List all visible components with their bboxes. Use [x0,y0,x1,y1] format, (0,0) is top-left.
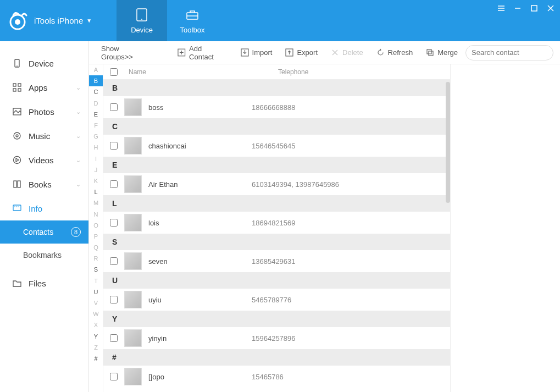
name-column-header[interactable]: Name [124,68,278,76]
label: Import [252,48,273,57]
label: Show Groups>> [101,45,151,61]
az-index: ABCDEFGHIJKLMNOPQRSTUVWXYZ# [89,64,103,392]
contacts-list: Name Telephone Bboss18666668888Cchashion… [103,64,450,392]
svg-rect-15 [13,84,16,86]
contact-row[interactable]: []opo15465786 [103,366,450,388]
select-all-checkbox[interactable] [110,68,118,76]
tab-device[interactable]: Device [117,0,167,41]
section-header: # [103,349,450,366]
svg-point-21 [16,135,18,137]
contact-telephone: 18666668888 [252,103,450,112]
az-letter-D[interactable]: D [89,98,103,109]
toolbar: Show Groups>> Add Contact Import Export … [89,41,560,64]
sidebar-sublabel: Bookmarks [23,251,62,260]
detail-pane [450,64,560,392]
minimize-button[interactable] [513,3,523,13]
row-checkbox[interactable] [110,334,118,342]
sidebar: Device Apps⌄ Photos⌄ Music⌄ Videos⌄ Book… [0,41,89,392]
az-letter-E[interactable]: E [89,109,103,120]
sidebar-item-videos[interactable]: Videos⌄ [0,148,88,172]
sidebar-subitem-contacts[interactable]: Contacts8 [0,220,88,244]
contact-row[interactable]: yinyin15964257896 [103,327,450,349]
row-checkbox[interactable] [110,219,118,227]
az-letter-Z[interactable]: Z [89,342,103,353]
az-letter-Q[interactable]: Q [89,242,103,253]
sidebar-subitem-bookmarks[interactable]: Bookmarks [0,244,88,267]
content-area: Show Groups>> Add Contact Import Export … [89,41,560,392]
avatar [124,137,142,154]
scrollbar[interactable] [446,82,450,203]
az-letter-W[interactable]: W [89,308,103,319]
dropdown-triangle-icon: ▼ [86,18,92,24]
sidebar-item-music[interactable]: Music⌄ [0,124,88,148]
sidebar-item-device[interactable]: Device [0,51,88,75]
az-letter-B[interactable]: B [89,75,103,86]
contact-row[interactable]: chashioncai15646545645 [103,135,450,157]
az-letter-N[interactable]: N [89,208,103,219]
tab-toolbox[interactable]: Toolbox [167,0,218,41]
az-letter-J[interactable]: J [89,164,103,175]
svg-rect-38 [429,51,433,56]
az-letter-M[interactable]: M [89,197,103,208]
az-letter-S[interactable]: S [89,264,103,275]
sidebar-item-info[interactable]: Info [0,196,88,220]
section-header: B [103,80,450,96]
az-letter-V[interactable]: V [89,297,103,308]
sidebar-item-photos[interactable]: Photos⌄ [0,100,88,124]
contact-row[interactable]: boss18666668888 [103,96,450,118]
app-header: iTools iPhone ▼ Device Toolbox [0,0,560,41]
az-letter-A[interactable]: A [89,64,103,75]
svg-rect-10 [531,5,537,11]
sidebar-item-files[interactable]: Files [0,271,88,295]
az-letter-T[interactable]: T [89,275,103,286]
maximize-button[interactable] [529,3,539,13]
contact-row[interactable]: seven13685429631 [103,250,450,272]
contact-row[interactable]: uyiu5465789776 [103,289,450,311]
az-letter-G[interactable]: G [89,131,103,142]
az-letter-F[interactable]: F [89,120,103,131]
merge-button[interactable]: Merge [420,46,463,59]
row-checkbox[interactable] [110,180,118,188]
menu-icon[interactable] [496,3,506,13]
az-letter-H[interactable]: H [89,142,103,153]
import-button[interactable]: Import [235,46,278,59]
az-letter-I[interactable]: I [89,153,103,164]
az-letter-R[interactable]: R [89,253,103,264]
refresh-button[interactable]: Refresh [371,46,419,59]
az-letter-C[interactable]: C [89,86,103,97]
row-checkbox[interactable] [110,103,118,111]
az-letter-Y[interactable]: Y [89,331,103,342]
az-letter-P[interactable]: P [89,231,103,242]
search-box[interactable] [465,45,553,60]
sidebar-item-books[interactable]: Books⌄ [0,172,88,196]
export-button[interactable]: Export [280,46,323,59]
row-checkbox[interactable] [110,257,118,265]
az-letter-K[interactable]: K [89,175,103,186]
contact-row[interactable]: Air Ethan6103149394, 13987645986 [103,173,450,195]
avatar [124,291,142,308]
telephone-column-header[interactable]: Telephone [278,68,450,76]
az-letter-L[interactable]: L [89,186,103,197]
az-letter-X[interactable]: X [89,319,103,330]
az-letter-O[interactable]: O [89,220,103,231]
row-checkbox[interactable] [110,296,118,303]
label: Add Contact [189,45,228,61]
contact-row[interactable]: lois18694821569 [103,212,450,234]
logo-area: iTools iPhone ▼ [0,0,117,41]
show-groups-button[interactable]: Show Groups>> [96,42,157,63]
close-button[interactable] [546,3,556,13]
az-letter-U[interactable]: U [89,286,103,297]
search-input[interactable] [472,48,560,57]
contact-name: boss [148,103,163,112]
row-checkbox[interactable] [110,373,118,380]
section-header: C [103,118,450,135]
app-title-dropdown[interactable]: iTools iPhone ▼ [34,16,92,25]
row-checkbox[interactable] [110,142,118,150]
music-icon [12,131,22,141]
az-letter-#[interactable]: # [89,353,103,364]
add-contact-button[interactable]: Add Contact [172,42,232,63]
contact-telephone: 15964257896 [252,334,450,343]
svg-rect-25 [18,181,20,187]
sidebar-item-apps[interactable]: Apps⌄ [0,75,88,100]
avatar [124,368,142,385]
